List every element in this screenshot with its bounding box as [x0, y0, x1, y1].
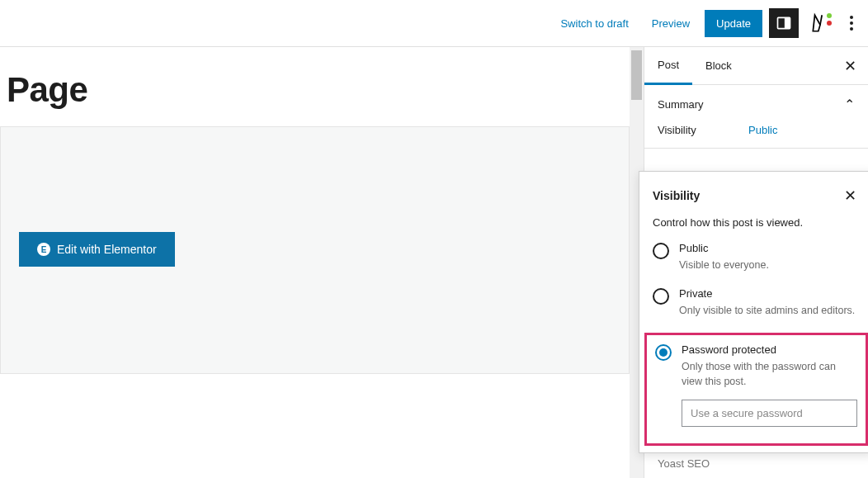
visibility-option-private-label: Private — [679, 287, 860, 300]
visibility-popover-desc: Control how this post is viewed. — [653, 216, 860, 229]
visibility-popover-close[interactable]: ✕ — [841, 185, 860, 206]
radio-icon — [653, 243, 669, 259]
visibility-option-private-desc: Only visible to site admins and editors. — [679, 303, 860, 318]
tab-block[interactable]: Block — [692, 48, 745, 83]
visibility-option-password-highlight: Password protected Only those with the p… — [644, 333, 868, 445]
close-icon: ✕ — [844, 58, 856, 74]
switch-to-draft-link[interactable]: Switch to draft — [552, 12, 636, 35]
settings-sidebar-toggle[interactable] — [769, 8, 799, 38]
radio-icon — [653, 288, 669, 305]
yoast-status-dot-green — [827, 13, 832, 18]
yoast-button[interactable] — [805, 8, 835, 38]
tab-post[interactable]: Post — [644, 47, 692, 85]
editor-canvas: Page E Edit with Elementor — [0, 47, 630, 478]
more-options-button[interactable] — [842, 11, 861, 35]
summary-panel: Summary ⌃ Visibility Public — [644, 85, 868, 149]
edit-with-elementor-label: Edit with Elementor — [57, 243, 157, 256]
summary-title: Summary — [658, 98, 704, 111]
chevron-up-icon: ⌃ — [844, 97, 855, 112]
sidebar-tabs: Post Block ✕ — [644, 47, 868, 85]
visibility-option-public-desc: Visible to everyone. — [679, 258, 860, 272]
svg-rect-1 — [785, 17, 790, 28]
visibility-popover-title: Visibility — [653, 189, 700, 202]
edit-with-elementor-button[interactable]: E Edit with Elementor — [19, 232, 175, 267]
editor-topbar: Switch to draft Preview Update — [0, 0, 868, 47]
visibility-option-private[interactable]: Private Only visible to site admins and … — [653, 287, 860, 328]
settings-sidebar: Post Block ✕ Summary ⌃ Visibility Public… — [644, 47, 868, 478]
sidebar-icon — [776, 15, 792, 31]
editor-layout: Page E Edit with Elementor Post Block ✕ … — [0, 47, 868, 478]
visibility-option-public[interactable]: Public Visible to everyone. — [653, 242, 860, 282]
summary-header[interactable]: Summary ⌃ — [658, 97, 855, 112]
close-icon: ✕ — [844, 187, 856, 204]
update-button[interactable]: Update — [705, 10, 762, 37]
summary-visibility-row: Visibility Public — [658, 124, 855, 136]
visibility-option-public-label: Public — [679, 242, 860, 254]
yoast-status-dot-red — [827, 21, 832, 26]
radio-icon-selected — [655, 344, 672, 361]
visibility-label: Visibility — [658, 124, 748, 136]
post-password-input[interactable] — [682, 400, 857, 427]
visibility-value-link[interactable]: Public — [748, 124, 777, 136]
visibility-option-password-label: Password protected — [682, 343, 857, 356]
visibility-option-password[interactable]: Password protected Only those with the p… — [655, 343, 857, 426]
sidebar-close-button[interactable]: ✕ — [833, 49, 868, 83]
preview-link[interactable]: Preview — [644, 12, 698, 35]
scrollbar-thumb[interactable] — [631, 50, 642, 100]
visibility-option-password-desc: Only those with the password can view th… — [682, 359, 857, 389]
page-title[interactable]: Page — [0, 47, 630, 126]
elementor-icon: E — [37, 243, 50, 256]
elementor-placeholder-box: E Edit with Elementor — [0, 126, 630, 374]
visibility-popover: Visibility ✕ Control how this post is vi… — [639, 171, 868, 453]
